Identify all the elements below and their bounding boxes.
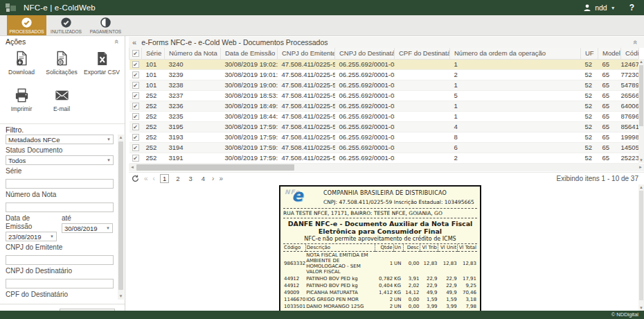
- first-page-icon[interactable]: «: [144, 175, 148, 182]
- check-circle-dark-icon: [61, 17, 71, 28]
- cpf-destinatario-field[interactable]: [6, 302, 114, 303]
- scroll-right-icon[interactable]: ►: [637, 164, 644, 171]
- imprimir-button[interactable]: Imprimir: [1, 87, 42, 119]
- cell: 65: [598, 59, 621, 69]
- download-button[interactable]: Download: [1, 50, 42, 83]
- last-page-icon[interactable]: »: [219, 175, 223, 182]
- column-header-serie[interactable]: Série: [142, 48, 165, 59]
- preview-vertical-scrollbar[interactable]: ▲ ▼: [638, 184, 644, 311]
- cell: 1: [450, 59, 581, 69]
- row-checkbox[interactable]: [132, 155, 139, 162]
- cell: 14505: [621, 142, 639, 153]
- scrollbar-thumb[interactable]: [639, 191, 643, 300]
- column-header-codigo[interactable]: Código: [621, 48, 639, 59]
- column-header-data-emissao[interactable]: Data de Emissão: [221, 48, 278, 59]
- cnpj-emitente-field[interactable]: [6, 255, 114, 265]
- scroll-up-icon[interactable]: ▲: [638, 184, 644, 190]
- serie-field[interactable]: [6, 179, 114, 189]
- next-page-icon[interactable]: ›: [212, 175, 214, 182]
- row-checkbox[interactable]: [132, 134, 139, 141]
- data-emissao-de-picker[interactable]: 23/08/2019▼: [6, 232, 57, 241]
- check-circle-icon: [21, 17, 32, 28]
- row-checkbox[interactable]: [132, 82, 139, 89]
- collapse-up-icon[interactable]: «: [632, 40, 640, 44]
- tab-pagamentos[interactable]: PAGAMENTOS: [86, 15, 125, 35]
- select-all-checkbox[interactable]: [129, 48, 142, 59]
- column-header-modelo[interactable]: Modelo: [598, 48, 621, 59]
- solicitacoes-button[interactable]: Solicitações: [42, 50, 82, 83]
- numero-nota-field[interactable]: [6, 202, 114, 212]
- tab-processados[interactable]: PROCESSADOS: [7, 15, 46, 35]
- scroll-up-icon[interactable]: ▲: [118, 135, 124, 141]
- cell: 52: [581, 90, 598, 101]
- user-menu[interactable]: ndd ▼: [583, 3, 615, 12]
- row-checkbox[interactable]: [132, 71, 139, 78]
- cell: 65: [598, 80, 621, 90]
- cell: 30/08/2019 18:44:22: [221, 111, 278, 121]
- page-2[interactable]: 2: [174, 175, 181, 182]
- data-emissao-ate-picker[interactable]: 30/08/2019▼: [62, 223, 113, 233]
- table-row[interactable]: 101323930/08/2019 19:01:3147.508.411/022…: [129, 69, 639, 80]
- column-header-cnpj-destinatario[interactable]: CNPJ do Destinatário: [335, 48, 395, 59]
- column-header-cnpj-emitente[interactable]: CNPJ do Emitente: [278, 48, 335, 59]
- page-4[interactable]: 4: [199, 175, 207, 182]
- page-3[interactable]: 3: [187, 175, 195, 182]
- row-checkbox[interactable]: [132, 92, 139, 99]
- cell: 30/08/2019 17:59:54: [221, 142, 278, 153]
- scrollbar-thumb[interactable]: [639, 65, 643, 126]
- column-header-uf[interactable]: UF: [581, 48, 598, 59]
- cnpj-destinatario-field[interactable]: [6, 279, 114, 288]
- table-row[interactable]: 252319130/08/2019 17:59:5447.508.411/022…: [129, 153, 639, 163]
- row-checkbox[interactable]: [132, 144, 139, 151]
- grid-horizontal-scrollbar[interactable]: ◄ ►: [129, 164, 644, 171]
- filter-scrollbar[interactable]: ▲ ▼: [118, 135, 124, 300]
- copyright-text: © NDDigital: [611, 311, 638, 318]
- title-bar: NFC-e | e-ColdWeb ndd ▼ ?: [0, 0, 644, 15]
- column-header-ordem-operacao[interactable]: Número da ordem da operação: [450, 48, 581, 59]
- scroll-left-icon[interactable]: ◄: [129, 164, 136, 171]
- preview-item-row: 44912PATINHO BOV PED kg0,782KG3,9122,922…: [283, 275, 477, 282]
- row-checkbox[interactable]: [132, 113, 139, 120]
- column-header-cpf-destinatario[interactable]: CPF do Destinatário: [395, 48, 450, 59]
- scrollbar-thumb[interactable]: [118, 141, 123, 290]
- scroll-down-icon[interactable]: ▼: [118, 293, 124, 300]
- table-row[interactable]: 101324030/08/2019 19:02:3647.508.411/022…: [129, 59, 639, 69]
- scrollbar-thumb[interactable]: [136, 164, 294, 171]
- cell: [395, 90, 450, 101]
- table-row[interactable]: 252323530/08/2019 18:44:2247.508.411/022…: [129, 111, 639, 121]
- scroll-up-icon[interactable]: ▲: [638, 59, 644, 64]
- help-button[interactable]: ?: [629, 3, 634, 12]
- page-1[interactable]: 1: [160, 174, 169, 183]
- cell: 47.508.411/0225-59: [278, 80, 335, 90]
- filtro-select[interactable]: Metadados NFCe▼: [6, 135, 114, 144]
- column-header-numero[interactable]: Número da Nota: [165, 48, 221, 59]
- page-title: e-Forms NFC-e - e-Cold Web - Documentos …: [141, 38, 328, 46]
- cnpj-emitente-label: CNPJ do Emitente: [6, 243, 114, 252]
- previous-page-icon[interactable]: ‹: [153, 175, 155, 182]
- cell: 3240: [165, 59, 221, 69]
- table-row[interactable]: 101323830/08/2019 19:00:2347.508.411/022…: [129, 80, 639, 90]
- collapse-left-icon[interactable]: «: [132, 38, 136, 46]
- table-row[interactable]: 252323730/08/2019 18:53:4047.508.411/022…: [129, 90, 639, 101]
- table-row[interactable]: 252319430/08/2019 17:59:5447.508.411/022…: [129, 142, 639, 153]
- collapse-panel-icon[interactable]: «: [113, 40, 121, 44]
- danfe-document: NFee COMPANHIA BRASILEIRA DE DISTRIBUICA…: [279, 185, 481, 311]
- row-checkbox[interactable]: [132, 103, 139, 110]
- tab-inutilizados[interactable]: INUTILIZADOS: [46, 15, 86, 35]
- table-row[interactable]: 252323630/08/2019 18:49:5147.508.411/022…: [129, 101, 639, 111]
- grid-vertical-scrollbar[interactable]: ▲ ▼: [638, 59, 644, 163]
- table-row[interactable]: 252319330/08/2019 17:59:5447.508.411/022…: [129, 132, 639, 142]
- export-csv-button[interactable]: Exportar CSV: [82, 50, 122, 83]
- chevron-down-icon: ▼: [103, 226, 110, 230]
- row-checkbox[interactable]: [132, 123, 139, 130]
- refresh-icon[interactable]: [132, 175, 139, 182]
- row-checkbox[interactable]: [132, 61, 139, 68]
- table-row[interactable]: 252319530/08/2019 17:59:5447.508.411/022…: [129, 121, 639, 132]
- scroll-down-icon[interactable]: ▼: [638, 305, 644, 311]
- scroll-down-icon[interactable]: ▼: [638, 157, 644, 163]
- email-button[interactable]: E-mail: [42, 87, 82, 119]
- preview-item-row: 49009PICANHA MATURATTA1,412KG14,1249,949…: [283, 289, 477, 296]
- cell: 12467: [621, 59, 639, 69]
- cell: 47.508.411/0225-59: [278, 132, 335, 142]
- status-documento-select[interactable]: Todos▼: [6, 155, 114, 165]
